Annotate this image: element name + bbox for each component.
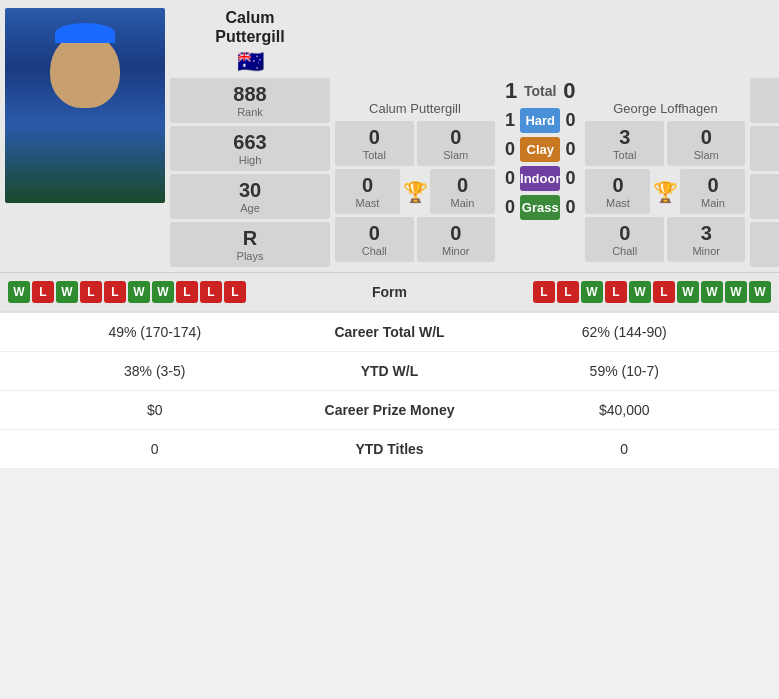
indoor-surface-btn[interactable]: Indoor — [520, 166, 560, 191]
left-total-value: 0 — [343, 126, 406, 149]
grass-score-right: 0 — [565, 197, 575, 218]
left-plays-box: R Plays — [170, 222, 330, 267]
right-age-value: 23 — [758, 179, 779, 202]
right-form-badge: W — [701, 281, 723, 303]
titles-left: 0 — [20, 441, 290, 457]
clay-score-left: 0 — [505, 139, 515, 160]
right-high-box: 333 High — [750, 126, 779, 171]
left-form-badge: W — [152, 281, 174, 303]
left-bottom-stats: Calum Puttergill 0 Total 0 Slam 0 Mast 🏆 — [335, 8, 495, 267]
total-score-label: Total — [524, 83, 556, 99]
left-form-badge: L — [32, 281, 54, 303]
left-total-box: 0 Total — [335, 121, 414, 166]
right-minor-box: 3 Minor — [667, 217, 746, 262]
left-age-value: 30 — [178, 179, 322, 202]
left-main-value: 0 — [438, 174, 487, 197]
career-wl-right: 62% (144-90) — [490, 324, 760, 340]
center-scores-col: 1 Total 0 1 Hard 0 0 Clay 0 0 Indoor 0 — [500, 8, 580, 267]
left-chall-value: 0 — [343, 222, 406, 245]
career-wl-row: 49% (170-174) Career Total W/L 62% (144-… — [0, 313, 779, 352]
grass-surface-btn[interactable]: Grass — [520, 195, 560, 220]
form-label: Form — [350, 284, 430, 300]
left-player-name: Calum Puttergill — [170, 8, 330, 46]
right-total-value: 3 — [593, 126, 656, 149]
left-form-badge: L — [200, 281, 222, 303]
left-total-label: Total — [343, 149, 406, 161]
right-form-badge: L — [653, 281, 675, 303]
right-slam-value: 0 — [675, 126, 738, 149]
right-form-badge: W — [677, 281, 699, 303]
right-bottom-stats: George Loffhagen 3 Total 0 Slam 0 Mast 🏆 — [585, 8, 745, 267]
right-trophy-icon: 🏆 — [653, 180, 677, 204]
left-form-badge: L — [104, 281, 126, 303]
ytd-titles-row: 0 YTD Titles 0 — [0, 430, 779, 468]
left-form-badges: WLWLLWWLLL — [8, 281, 350, 303]
right-form-badge: L — [533, 281, 555, 303]
left-minor-box: 0 Minor — [417, 217, 496, 262]
left-rank-label: Rank — [178, 106, 322, 118]
right-player-name-bottom: George Loffhagen — [585, 101, 745, 116]
left-age-label: Age — [178, 202, 322, 214]
right-high-value: 333 — [758, 131, 779, 154]
left-stats-row3: 0 Chall 0 Minor — [335, 217, 495, 262]
total-score-right: 0 — [563, 78, 575, 104]
right-rank-label: Rank — [758, 106, 779, 118]
hard-score-row: 1 Hard 0 — [505, 108, 575, 133]
left-form-badge: W — [128, 281, 150, 303]
total-score-left: 1 — [505, 78, 517, 104]
career-wl-left: 49% (170-174) — [20, 324, 290, 340]
left-high-box: 663 High — [170, 126, 330, 171]
right-form-badge: L — [557, 281, 579, 303]
right-chall-box: 0 Chall — [585, 217, 664, 262]
right-form-badge: W — [629, 281, 651, 303]
clay-surface-btn[interactable]: Clay — [520, 137, 560, 162]
right-form-badge: W — [749, 281, 771, 303]
indoor-score-right: 0 — [565, 168, 575, 189]
left-form-badge: L — [80, 281, 102, 303]
comparison-table: 49% (170-174) Career Total W/L 62% (144-… — [0, 311, 779, 468]
right-slam-label: Slam — [675, 149, 738, 161]
right-main-label: Main — [688, 197, 737, 209]
right-rank-value: 702 — [758, 83, 779, 106]
right-form-badges: LLWLWLWWWW — [430, 281, 772, 303]
indoor-score-row: 0 Indoor 0 — [505, 166, 575, 191]
right-total-label: Total — [593, 149, 656, 161]
hard-surface-btn[interactable]: Hard — [520, 108, 560, 133]
right-slam-box: 0 Slam — [667, 121, 746, 166]
left-main-box: 0 Main — [430, 169, 495, 214]
left-form-badge: L — [176, 281, 198, 303]
career-wl-label: Career Total W/L — [290, 324, 490, 340]
left-slam-label: Slam — [425, 149, 488, 161]
left-player-photo — [5, 8, 165, 203]
left-form-badge: W — [8, 281, 30, 303]
right-player-name: George Loffhagen — [750, 8, 779, 46]
left-form-badge: W — [56, 281, 78, 303]
clay-score-row: 0 Clay 0 — [505, 137, 575, 162]
left-plays-value: R — [178, 227, 322, 250]
left-stats-row1: 0 Total 0 Slam — [335, 121, 495, 166]
clay-score-right: 0 — [565, 139, 575, 160]
right-stats-row3: 0 Chall 3 Minor — [585, 217, 745, 262]
players-header: Calum Puttergill 🇦🇺 888 Rank 663 High 30… — [0, 0, 779, 272]
grass-score-row: 0 Grass 0 — [505, 195, 575, 220]
prize-right: $40,000 — [490, 402, 760, 418]
right-plays-box: R Plays — [750, 222, 779, 267]
left-player-flag: 🇦🇺 — [170, 49, 330, 75]
right-mast-box: 0 Mast — [585, 169, 650, 214]
ytd-wl-right: 59% (10-7) — [490, 363, 760, 379]
right-player-name-section: George Loffhagen 🇬🇧 — [750, 8, 779, 75]
grass-score-left: 0 — [505, 197, 515, 218]
left-player-name-section: Calum Puttergill 🇦🇺 — [170, 8, 330, 75]
left-minor-label: Minor — [425, 245, 488, 257]
titles-label: YTD Titles — [290, 441, 490, 457]
left-mast-label: Mast — [343, 197, 392, 209]
titles-right: 0 — [490, 441, 760, 457]
left-mast-value: 0 — [343, 174, 392, 197]
left-chall-box: 0 Chall — [335, 217, 414, 262]
prize-label: Career Prize Money — [290, 402, 490, 418]
right-player-flag: 🇬🇧 — [750, 49, 779, 75]
right-plays-value: R — [758, 227, 779, 250]
prize-left: $0 — [20, 402, 290, 418]
left-age-box: 30 Age — [170, 174, 330, 219]
right-age-box: 23 Age — [750, 174, 779, 219]
